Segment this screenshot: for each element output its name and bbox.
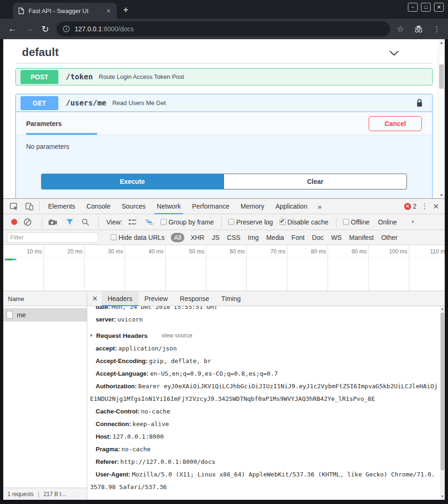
reload-button[interactable]: ↻ — [42, 24, 49, 35]
new-tab-button[interactable]: + — [123, 5, 128, 15]
execute-button[interactable]: Execute — [41, 174, 224, 189]
timeline-tick: 110 ms — [409, 245, 445, 257]
network-overview-timeline[interactable]: 10 ms 20 ms 30 ms 40 ms 50 ms 60 ms 70 m… — [3, 245, 445, 291]
filter-type-other[interactable]: Other — [381, 234, 398, 241]
timeline-tick: 20 ms — [44, 245, 84, 257]
post-method-badge: POST — [21, 70, 58, 84]
details-close-icon[interactable]: ✕ — [92, 294, 98, 303]
site-info-icon[interactable] — [63, 25, 70, 33]
clear-log-icon[interactable] — [23, 218, 32, 226]
endpoint-post-token[interactable]: POST /token Route Login Access Token Pos… — [15, 68, 433, 85]
details-scroll-up-arrow[interactable]: ▲ — [440, 306, 445, 312]
lock-icon[interactable] — [415, 98, 424, 107]
requests-empty-area — [3, 322, 87, 488]
filter-type-manifest[interactable]: Manifest — [349, 234, 374, 241]
window-close-button[interactable]: ✕ — [434, 3, 444, 12]
devtools-tab-performance[interactable]: Performance — [186, 199, 235, 214]
device-toolbar-icon[interactable] — [25, 203, 34, 210]
devtools-tab-sources[interactable]: Sources — [116, 199, 151, 214]
record-button[interactable] — [11, 219, 17, 225]
page-scrollbar-thumb[interactable] — [439, 64, 444, 89]
filter-type-xhr[interactable]: XHR — [190, 234, 204, 241]
devtools-tab-elements[interactable]: Elements — [42, 199, 81, 214]
group-by-frame-checkbox[interactable] — [161, 219, 167, 225]
browser-toolbar: ← → ↻ 127.0.0.1:8000/docs ☆ ⋮ — [0, 19, 448, 39]
get-endpoint-header[interactable]: GET /users/me Read Users Me Get — [16, 94, 432, 112]
page-scrollbar[interactable]: ▲ ▼ — [438, 39, 445, 198]
chevron-down-icon[interactable] — [389, 50, 399, 56]
summary-request-count: 1 requests — [7, 491, 34, 497]
request-header-row: Connection:keep-alive — [90, 418, 438, 430]
clear-button[interactable]: Clear — [224, 174, 407, 189]
console-error-badge[interactable]: ✕ 2 — [404, 203, 417, 210]
filter-type-doc[interactable]: Doc — [312, 234, 324, 241]
response-header-row: date:Mon, 24 Dec 2018 15:55:51 GMT — [90, 306, 438, 313]
window-maximize-button[interactable]: □ — [421, 3, 431, 12]
inspect-element-icon[interactable] — [10, 202, 19, 210]
request-headers-section[interactable]: ▼ Request Headers view source — [89, 330, 438, 341]
disclosure-triangle-icon[interactable]: ▼ — [89, 333, 93, 338]
timeline-tick: 10 ms — [3, 245, 44, 257]
details-scroll-down-arrow[interactable]: ▼ — [440, 494, 445, 499]
devtools-tab-application[interactable]: Application — [270, 199, 313, 214]
devtools-menu-icon[interactable]: ⋮ — [421, 202, 428, 210]
filter-icon[interactable] — [66, 219, 73, 225]
get-path: /users/me — [66, 98, 106, 107]
request-header-row: Pragma:no-cache — [90, 443, 438, 455]
divider — [39, 201, 40, 211]
devtools-close-icon[interactable]: ✕ — [433, 202, 439, 211]
forward-button[interactable]: → — [25, 24, 34, 34]
window-minimize-button[interactable]: − — [408, 3, 418, 12]
disable-cache-checkbox[interactable] — [280, 219, 286, 225]
post-summary: Route Login Access Token Post — [99, 73, 184, 80]
url-text: 127.0.0.1:8000/docs — [75, 25, 134, 33]
filter-type-img[interactable]: Img — [248, 234, 259, 241]
details-tab-preview[interactable]: Preview — [139, 292, 174, 306]
browser-menu-icon[interactable]: ⋮ — [433, 25, 441, 34]
cancel-button[interactable]: Cancel — [369, 116, 422, 131]
details-tab-headers[interactable]: Headers — [102, 292, 139, 306]
incognito-icon[interactable] — [413, 25, 424, 33]
preserve-log-checkbox[interactable] — [228, 219, 234, 225]
bookmark-star-icon[interactable]: ☆ — [397, 24, 404, 34]
hide-data-urls-checkbox[interactable] — [111, 234, 117, 240]
more-tabs-button[interactable]: » — [313, 203, 326, 210]
filter-type-css[interactable]: CSS — [227, 234, 240, 241]
search-icon[interactable] — [82, 218, 89, 226]
browser-tab[interactable]: Fast API - Swagger UI ✕ — [13, 3, 117, 19]
devtools-tab-memory[interactable]: Memory — [235, 199, 270, 214]
capture-screenshots-icon[interactable] — [48, 219, 57, 225]
throttling-select[interactable]: Online — [378, 218, 397, 226]
filter-type-js[interactable]: JS — [212, 234, 219, 241]
headers-content[interactable]: date:Mon, 24 Dec 2018 15:55:51 GMT serve… — [87, 306, 445, 500]
view-list-icon[interactable] — [128, 219, 137, 225]
filter-type-font[interactable]: Font — [292, 234, 305, 241]
request-header-row: accept:application/json — [90, 342, 438, 355]
view-source-link[interactable]: view source — [161, 332, 192, 339]
back-button[interactable]: ← — [8, 24, 17, 34]
url-bar[interactable]: 127.0.0.1:8000/docs — [56, 21, 390, 36]
tab-close-icon[interactable]: ✕ — [106, 7, 111, 14]
group-by-frame-label: Group by frame — [168, 218, 214, 226]
timeline-tick: 60 ms — [206, 245, 247, 257]
filter-type-all[interactable]: All — [171, 233, 185, 242]
filter-input[interactable] — [7, 232, 98, 243]
scroll-down-arrow[interactable]: ▼ — [438, 192, 445, 198]
devtools-tab-network[interactable]: Network — [151, 199, 186, 214]
request-row-me[interactable]: me — [3, 308, 87, 322]
details-scrollbar[interactable]: ▲ ▼ — [440, 306, 445, 500]
filter-type-ws[interactable]: WS — [331, 234, 342, 241]
details-scrollbar-thumb[interactable] — [441, 313, 444, 470]
view-waterfall-icon[interactable] — [145, 219, 154, 225]
filter-type-media[interactable]: Media — [266, 234, 284, 241]
devtools-tab-console[interactable]: Console — [81, 199, 116, 214]
timeline-tick: 40 ms — [125, 245, 166, 257]
divider — [42, 217, 42, 227]
offline-checkbox[interactable] — [343, 219, 349, 225]
details-tab-response[interactable]: Response — [174, 292, 215, 306]
details-tab-timing[interactable]: Timing — [215, 292, 247, 306]
scroll-up-arrow[interactable]: ▲ — [438, 39, 445, 46]
requests-column-header[interactable]: Name — [3, 292, 87, 306]
throttling-dropdown-arrow[interactable]: ▼ — [411, 220, 414, 224]
timeline-tick: 80 ms — [287, 245, 328, 257]
